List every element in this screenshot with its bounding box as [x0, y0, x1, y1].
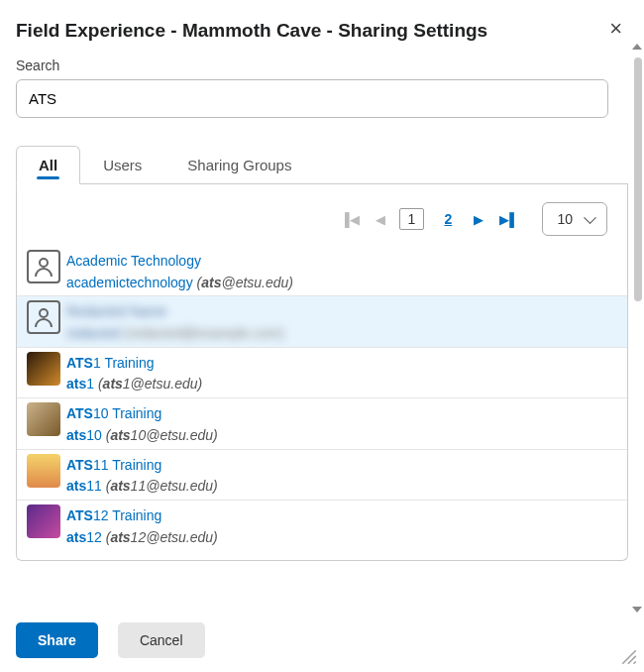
result-email: (ats1@etsu.edu) — [98, 376, 202, 392]
result-text: ATS12 Trainingats12 (ats12@etsu.edu) — [66, 503, 218, 548]
tab-panel: ▐◀ ◀ 1 2 ▶ ▶▌ 10 Academic Technologyacad… — [16, 184, 628, 561]
result-username-link[interactable]: ats11 — [66, 478, 102, 494]
resize-grip-icon[interactable] — [620, 648, 638, 666]
per-page-select[interactable]: 10 — [542, 202, 607, 236]
result-text: Academic Technologyacademictechnology (a… — [66, 248, 293, 293]
page-prev-icon: ◀ — [372, 211, 389, 228]
result-text: ATS1 Trainingats1 (ats1@etsu.edu) — [66, 350, 202, 395]
result-email: (ats11@etsu.edu) — [106, 478, 218, 494]
search-label: Search — [16, 57, 628, 73]
cancel-button[interactable]: Cancel — [118, 622, 205, 658]
avatar — [27, 402, 60, 436]
results-list: Academic Technologyacademictechnology (a… — [17, 246, 627, 550]
dialog-footer: Share Cancel — [16, 622, 205, 658]
result-text: ATS11 Trainingats11 (ats11@etsu.edu) — [66, 452, 218, 498]
redacted-email: (redacted@example.com) — [124, 325, 283, 341]
result-name-link[interactable]: Academic Technology — [66, 253, 201, 269]
avatar — [27, 352, 60, 386]
search-section: Search — [16, 57, 628, 118]
svg-point-0 — [40, 259, 48, 267]
page-first-icon: ▐◀ — [336, 211, 363, 228]
result-username-link[interactable]: academictechnology — [66, 275, 193, 290]
result-email: (ats12@etsu.edu) — [106, 529, 218, 545]
result-row[interactable]: ATS10 Trainingats10 (ats10@etsu.edu) — [17, 397, 627, 448]
svg-point-1 — [40, 309, 48, 317]
result-row[interactable]: ATS11 Trainingats11 (ats11@etsu.edu) — [17, 449, 627, 500]
result-email: (ats10@etsu.edu) — [106, 427, 218, 443]
close-icon[interactable]: × — [603, 14, 628, 44]
tab-bar: All Users Sharing Groups — [16, 146, 628, 184]
result-row[interactable]: ATS12 Trainingats12 (ats12@etsu.edu) — [17, 500, 627, 550]
result-name-link[interactable]: ATS10 Training — [66, 405, 161, 421]
result-email: (ats@etsu.edu) — [197, 275, 294, 290]
redacted-user: redacted — [66, 325, 120, 341]
search-input[interactable] — [16, 79, 608, 118]
share-button[interactable]: Share — [16, 622, 98, 658]
result-text: Redacted Nameredacted (redacted@example.… — [66, 298, 284, 344]
dialog-header: Field Experience - Mammoth Cave - Sharin… — [16, 14, 628, 57]
avatar — [27, 504, 60, 538]
page-last-icon[interactable]: ▶▌ — [495, 211, 522, 228]
user-icon — [27, 300, 60, 334]
result-row[interactable]: ATS1 Trainingats1 (ats1@etsu.edu) — [17, 347, 627, 397]
tab-sharing-groups[interactable]: Sharing Groups — [164, 146, 314, 183]
page-current: 1 — [399, 208, 425, 230]
result-username-link[interactable]: ats1 — [66, 376, 94, 392]
per-page-value: 10 — [557, 211, 573, 227]
result-row[interactable]: Academic Technologyacademictechnology (a… — [17, 246, 627, 295]
scroll-up-icon[interactable] — [632, 44, 642, 50]
result-name-link[interactable]: ATS1 Training — [66, 355, 154, 371]
content-area: All Users Sharing Groups ▐◀ ◀ 1 2 ▶ ▶▌ 1… — [16, 146, 628, 561]
result-text: ATS10 Trainingats10 (ats10@etsu.edu) — [66, 400, 218, 446]
tab-all[interactable]: All — [16, 146, 80, 184]
page-next-icon[interactable]: ▶ — [470, 211, 487, 228]
result-row[interactable]: Redacted Nameredacted (redacted@example.… — [17, 295, 627, 346]
result-username-link[interactable]: ats12 — [66, 529, 102, 545]
page-2-link[interactable]: 2 — [436, 209, 460, 229]
scroll-down-icon[interactable] — [632, 607, 642, 613]
avatar — [27, 454, 60, 488]
result-name-link[interactable]: ATS12 Training — [66, 507, 161, 523]
sharing-settings-dialog: Field Experience - Mammoth Cave - Sharin… — [0, 0, 644, 672]
user-icon — [27, 250, 60, 283]
scrollbar-thumb[interactable] — [634, 57, 642, 301]
pagination: ▐◀ ◀ 1 2 ▶ ▶▌ 10 — [17, 184, 627, 246]
tab-users[interactable]: Users — [80, 146, 164, 183]
result-name-link[interactable]: ATS11 Training — [66, 457, 161, 473]
dialog-title: Field Experience - Mammoth Cave - Sharin… — [16, 20, 487, 42]
redacted-name: Redacted Name — [66, 303, 166, 319]
result-username-link[interactable]: ats10 — [66, 427, 102, 443]
